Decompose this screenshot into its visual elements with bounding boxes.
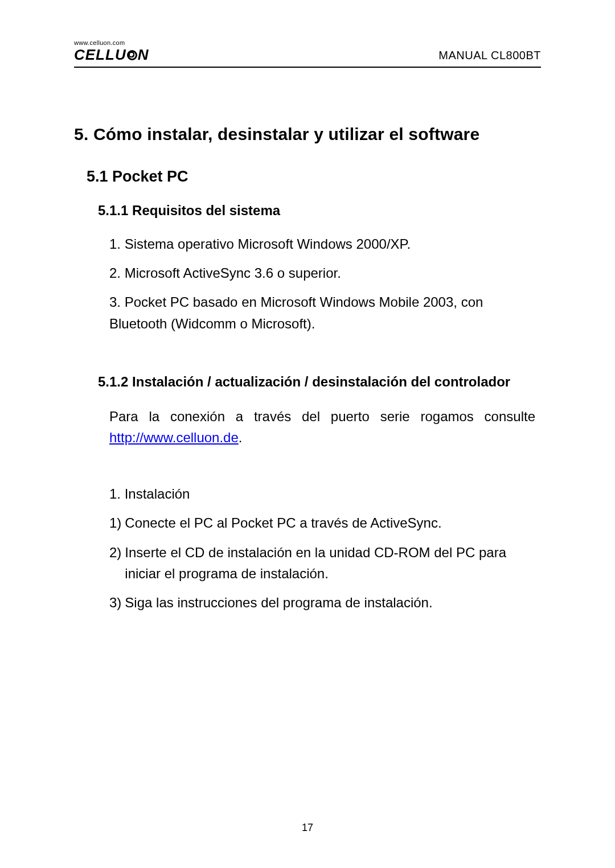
celluon-link[interactable]: http://www.celluon.de (109, 430, 239, 445)
heading-1: 5. Cómo instalar, desinstalar y utilizar… (74, 125, 541, 144)
page-number: 17 (0, 822, 615, 834)
step-number: 1) (109, 512, 125, 533)
install-step: 1) Conecte el PC al Pocket PC a través d… (109, 512, 535, 533)
step-text: Siga las instrucciones del programa de i… (125, 592, 535, 613)
manual-label: MANUAL CL800BT (438, 49, 541, 62)
intro-text-pre: Para la conexión a través del puerto ser… (109, 409, 535, 424)
requirement-item: 2. Microsoft ActiveSync 3.6 o superior. (109, 262, 535, 283)
install-subhead: 1. Instalación (109, 483, 535, 504)
install-step: 2) Inserte el CD de instalación en la un… (109, 542, 535, 584)
heading-3-installation: 5.1.2 Instalación / actualización / desi… (98, 374, 541, 390)
logo-url: www.celluon.com (74, 40, 149, 46)
logo-text-pre: CELLU (74, 47, 126, 62)
logo-text-post: N (138, 47, 149, 62)
intro-paragraph: Para la conexión a través del puerto ser… (109, 406, 535, 448)
requirement-item: 3. Pocket PC basado en Microsoft Windows… (109, 291, 535, 334)
logo-o-icon (127, 50, 137, 60)
step-number: 2) (109, 542, 125, 584)
brand-logo: www.celluon.com CELLU N (74, 40, 149, 62)
document-page: www.celluon.com CELLU N MANUAL CL800BT 5… (0, 0, 615, 868)
install-step: 3) Siga las instrucciones del programa d… (109, 592, 535, 613)
heading-2: 5.1 Pocket PC (87, 168, 541, 186)
page-header: www.celluon.com CELLU N MANUAL CL800BT (74, 40, 541, 68)
step-number: 3) (109, 592, 125, 613)
heading-3-requirements: 5.1.1 Requisitos del sistema (98, 203, 541, 219)
spacer (74, 456, 541, 483)
intro-text-post: . (239, 430, 243, 445)
logo-wordmark: CELLU N (74, 47, 149, 62)
requirement-item: 1. Sistema operativo Microsoft Windows 2… (109, 233, 535, 254)
step-text: Inserte el CD de instalación en la unida… (125, 542, 535, 584)
step-text: Conecte el PC al Pocket PC a través de A… (125, 512, 535, 533)
